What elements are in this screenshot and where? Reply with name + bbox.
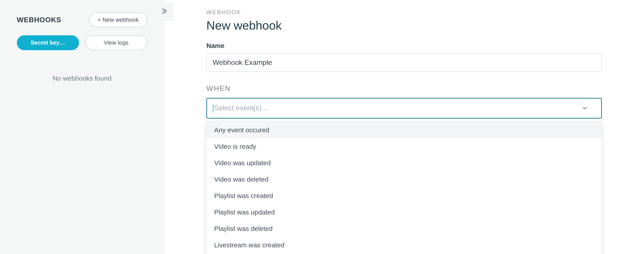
- when-section-label: WHEN: [206, 84, 602, 93]
- event-option[interactable]: Livestream was created: [206, 237, 602, 253]
- page-eyebrow: WEBHOOK: [206, 9, 602, 16]
- chevron-down-icon: [582, 105, 588, 111]
- event-option[interactable]: Any event occured: [206, 122, 602, 138]
- empty-state-text: No webhooks found: [17, 75, 147, 82]
- event-select-placeholder: Select event(s)…: [213, 104, 268, 113]
- event-dropdown: Any event occuredVideo is readyVideo was…: [206, 122, 602, 254]
- collapse-sidebar-button[interactable]: [155, 2, 173, 21]
- event-placeholder-text: Select event(s)…: [214, 104, 268, 112]
- page-title: New webhook: [206, 19, 602, 32]
- app-root: WEBHOOKS + New webhook Secret key… View …: [0, 0, 644, 254]
- event-option[interactable]: Playlist was deleted: [206, 220, 602, 237]
- sidebar-title: WEBHOOKS: [17, 16, 61, 24]
- name-input[interactable]: [206, 53, 602, 72]
- name-field-label: Name: [206, 42, 602, 50]
- sidebar-header: WEBHOOKS + New webhook: [17, 13, 147, 27]
- sidebar-actions: Secret key… View logs: [17, 35, 147, 50]
- sidebar: WEBHOOKS + New webhook Secret key… View …: [0, 0, 164, 254]
- text-cursor: [213, 105, 213, 113]
- event-option[interactable]: Playlist was updated: [206, 204, 602, 220]
- secret-key-button[interactable]: Secret key…: [17, 35, 79, 50]
- event-select-wrapper: Select event(s)… Any event occuredVideo …: [206, 98, 602, 119]
- new-webhook-button[interactable]: + New webhook: [89, 13, 147, 27]
- main-content: WEBHOOK New webhook Name WHEN Select eve…: [164, 0, 644, 254]
- chevron-double-right-icon: [160, 7, 168, 16]
- event-select-input[interactable]: Select event(s)…: [206, 98, 602, 119]
- event-option[interactable]: Playlist was created: [206, 188, 602, 204]
- event-option[interactable]: Video is ready: [206, 138, 602, 155]
- event-option[interactable]: Video was updated: [206, 155, 602, 171]
- event-option[interactable]: Livestream was updated: [206, 253, 602, 254]
- view-logs-button[interactable]: View logs: [85, 35, 147, 50]
- event-option[interactable]: Video was deleted: [206, 171, 602, 188]
